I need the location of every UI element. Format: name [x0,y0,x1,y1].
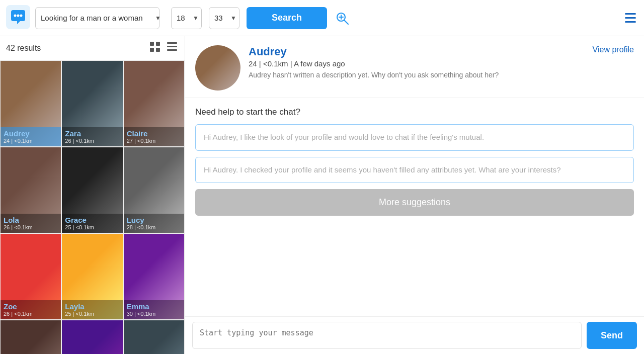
profile-card-info: 27 | <0.1km [127,138,181,144]
profile-card-overlay: Grace25 | <0.1km [62,214,122,233]
profile-card[interactable]: Zara26 | <0.1km [61,60,123,147]
profile-card-overlay: Claire27 | <0.1km [124,127,184,146]
list-icon [167,41,178,52]
profile-info: Audrey 24 | <0.1km | A few days ago Audr… [249,45,585,79]
profile-avatar [1,320,61,354]
list-view-button[interactable] [166,40,179,56]
suggestion-1[interactable]: Hi Audrey, I like the look of your profi… [195,124,634,151]
app-header: Looking for a man or a woman ▼ 18 ▼ 33 ▼… [0,0,644,36]
selected-profile-name: Audrey [249,45,585,58]
profile-card[interactable]: Emma30 | <0.1km [123,233,185,320]
selected-profile-meta: 24 | <0.1km | A few days ago [249,59,585,68]
profile-card-overlay: Lola26 | <0.1km [1,214,61,233]
profile-card-overlay: Layla25 | <0.1km [62,300,122,319]
svg-rect-10 [150,48,154,52]
svg-rect-13 [167,46,177,47]
results-count: 42 results [6,44,41,53]
menu-button[interactable] [623,11,638,25]
age-max-select[interactable]: 33 [209,7,239,29]
profile-header: Audrey 24 | <0.1km | A few days ago Audr… [185,36,644,98]
message-bar: Send [185,316,644,354]
view-icons [148,40,179,56]
profile-card-name: Zara [65,129,119,138]
profile-card-overlay: Audrey24 | <0.1km [1,127,61,146]
profile-card-info: 24 | <0.1km [4,138,58,144]
help-title: Need help to start the chat? [195,107,634,117]
main-layout: 42 results [0,36,644,354]
zoom-icon [335,11,350,26]
profile-card[interactable] [61,320,123,354]
profile-card-overlay: Emma30 | <0.1km [124,300,184,319]
logo [6,5,30,31]
view-profile-button[interactable]: View profile [593,45,634,54]
profile-card-info: 26 | <0.1km [65,138,119,144]
profile-card-name: Emma [127,302,181,311]
profile-card-overlay: Zara26 | <0.1km [62,127,122,146]
profile-card-overlay: Lucy28 | <0.1km [124,214,184,233]
message-input[interactable] [192,322,582,349]
svg-point-2 [17,14,20,17]
profile-card-name: Grace [65,216,119,224]
gender-filter-wrapper[interactable]: Looking for a man or a woman ▼ [35,7,166,29]
profile-card-overlay: Zoe26 | <0.1km [1,300,61,319]
age-min-wrapper[interactable]: 18 ▼ [171,7,204,29]
profile-card-name: Layla [65,302,119,311]
profile-avatar [124,320,184,354]
profile-card-info: 30 | <0.1km [127,311,181,317]
svg-line-5 [344,20,348,24]
profile-card-name: Audrey [4,129,58,138]
svg-rect-11 [156,48,160,52]
svg-point-1 [14,14,17,17]
profile-card[interactable]: Audrey24 | <0.1km [0,60,61,147]
profile-card-name: Lucy [127,216,181,224]
profile-card[interactable]: Layla25 | <0.1km [61,233,123,320]
profile-card-info: 25 | <0.1km [65,224,119,230]
profile-card-info: 28 | <0.1km [127,224,181,230]
profile-card[interactable] [123,320,185,354]
grid-icon [149,41,160,52]
send-button[interactable]: Send [587,322,637,349]
svg-point-3 [20,14,23,17]
age-min-select[interactable]: 18 [171,7,202,29]
svg-rect-12 [167,42,177,44]
suggestion-2[interactable]: Hi Audrey. I checked your profile and it… [195,157,634,184]
profile-card[interactable]: Lola26 | <0.1km [0,147,61,233]
profile-card[interactable]: Grace25 | <0.1km [61,147,123,233]
profile-card-info: 26 | <0.1km [4,224,58,230]
profile-avatar [62,320,122,354]
svg-rect-9 [156,42,160,46]
profile-card-name: Zoe [4,302,58,311]
svg-rect-8 [150,42,154,46]
profile-card[interactable]: Lucy28 | <0.1km [123,147,185,233]
right-panel: Audrey 24 | <0.1km | A few days ago Audr… [185,36,644,354]
left-panel: 42 results [0,36,185,354]
zoom-icon-button[interactable] [332,8,352,28]
results-bar: 42 results [0,36,185,60]
profile-grid: Audrey24 | <0.1kmZara26 | <0.1kmClaire27… [0,60,185,354]
profile-card-info: 26 | <0.1km [4,311,58,317]
profile-card-info: 25 | <0.1km [65,311,119,317]
search-button[interactable]: Search [247,7,327,29]
age-max-wrapper[interactable]: 33 ▼ [209,7,242,29]
profile-card-name: Lola [4,216,58,224]
profile-card[interactable]: Claire27 | <0.1km [123,60,185,147]
profile-card-name: Claire [127,129,181,138]
chat-area: Need help to start the chat? Hi Audrey, … [185,98,644,316]
grid-view-button[interactable] [148,40,162,56]
menu-bar-3 [625,21,636,23]
gender-filter-select[interactable]: Looking for a man or a woman [35,7,159,29]
profile-card[interactable]: Zoe26 | <0.1km [0,233,61,320]
svg-rect-14 [167,49,177,51]
selected-profile-avatar [195,45,240,91]
selected-profile-description: Audrey hasn't written a description yet.… [249,71,585,79]
menu-bar-1 [625,13,636,15]
more-suggestions-button[interactable]: More suggestions [195,189,634,216]
menu-bar-2 [625,17,636,19]
profile-card[interactable] [0,320,61,354]
